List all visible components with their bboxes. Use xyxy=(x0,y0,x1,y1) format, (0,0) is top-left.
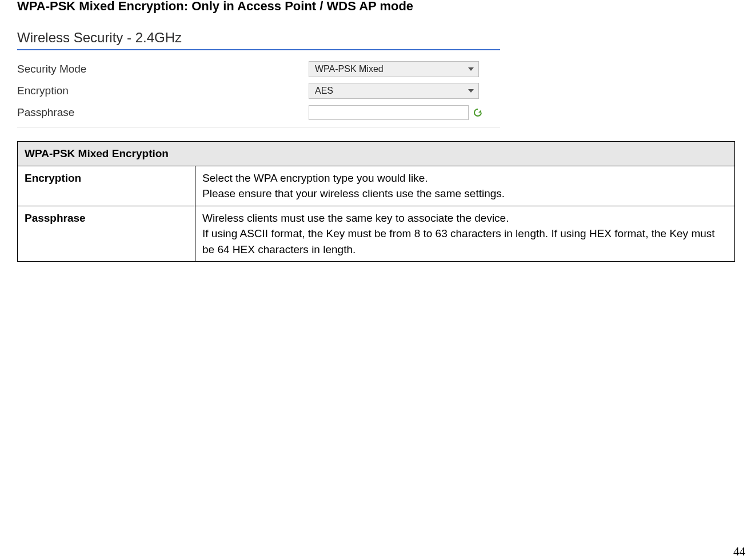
security-mode-select[interactable]: WPA-PSK Mixed xyxy=(309,61,479,77)
desc-passphrase: Wireless clients must use the same key t… xyxy=(195,206,735,262)
panel-heading: Wireless Security - 2.4GHz xyxy=(17,30,500,46)
row-security-mode: Security Mode WPA-PSK Mixed xyxy=(17,58,500,80)
security-mode-label: Security Mode xyxy=(17,63,309,75)
row-encryption: Encryption AES xyxy=(17,80,500,102)
chevron-down-icon xyxy=(468,89,474,93)
desc-encryption: Select the WPA encryption type you would… xyxy=(195,166,735,206)
description-table: WPA-PSK Mixed Encryption Encryption Sele… xyxy=(17,141,735,262)
generate-key-icon[interactable] xyxy=(473,108,482,117)
encryption-select[interactable]: AES xyxy=(309,83,479,99)
security-mode-value: WPA-PSK Mixed xyxy=(315,64,384,74)
row-passphrase: Passphrase xyxy=(17,102,500,123)
desc-line: Select the WPA encryption type you would… xyxy=(202,172,428,184)
panel-bottom-divider xyxy=(17,127,500,127)
table-row: Passphrase Wireless clients must use the… xyxy=(18,206,735,262)
table-header: WPA-PSK Mixed Encryption xyxy=(18,142,735,166)
page-number: 44 xyxy=(733,545,745,559)
table-row: Encryption Select the WPA encryption typ… xyxy=(18,166,735,206)
term-passphrase: Passphrase xyxy=(18,206,195,262)
encryption-value: AES xyxy=(315,86,333,96)
passphrase-input[interactable] xyxy=(309,105,469,120)
desc-line: Wireless clients must use the same key t… xyxy=(202,212,509,224)
table-header-row: WPA-PSK Mixed Encryption xyxy=(18,142,735,166)
chevron-down-icon xyxy=(468,67,474,71)
desc-line: Please ensure that your wireless clients… xyxy=(202,187,505,199)
page-title: WPA-PSK Mixed Encryption: Only in Access… xyxy=(17,0,737,14)
passphrase-label: Passphrase xyxy=(17,106,309,119)
desc-line: If using ASCII format, the Key must be f… xyxy=(202,227,715,255)
panel-divider xyxy=(17,49,500,50)
encryption-label: Encryption xyxy=(17,85,309,97)
wireless-security-panel: Wireless Security - 2.4GHz Security Mode… xyxy=(17,30,500,127)
term-encryption: Encryption xyxy=(18,166,195,206)
